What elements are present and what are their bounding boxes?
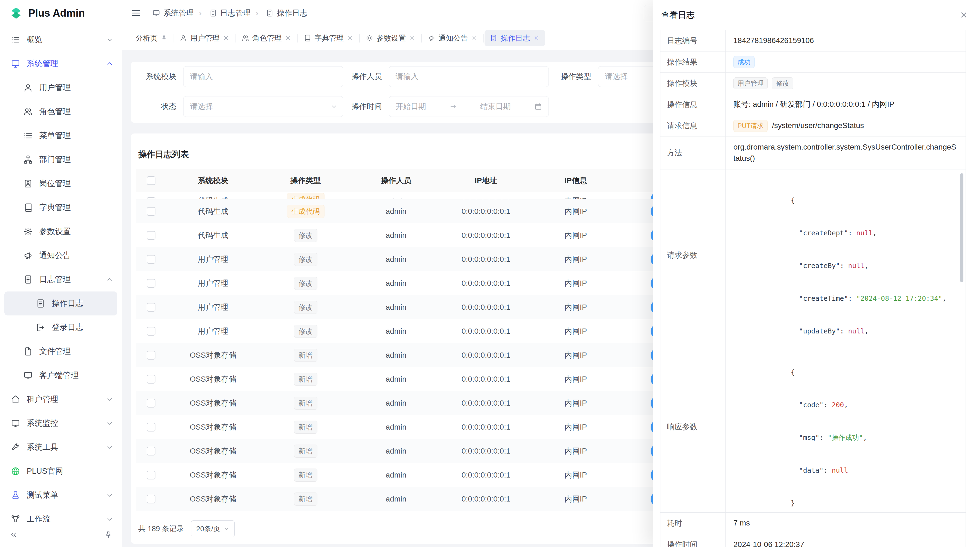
sidebar-item-user-mgmt[interactable]: 用户管理 bbox=[0, 76, 122, 100]
sidebar-item-monitor[interactable]: 系统监控 bbox=[0, 411, 122, 435]
chevron-down-icon bbox=[223, 526, 229, 532]
cell-ip-info: 内网IP bbox=[531, 326, 620, 336]
sidebar-item-menu-mgmt[interactable]: 菜单管理 bbox=[0, 124, 122, 148]
pin-sidebar-icon[interactable] bbox=[104, 531, 113, 539]
close-icon[interactable] bbox=[533, 35, 539, 41]
close-icon[interactable] bbox=[347, 35, 353, 41]
sidebar-item-workflow[interactable]: 工作流 bbox=[0, 507, 122, 522]
breadcrumb-label: 操作日志 bbox=[277, 8, 307, 18]
detail-row: 耗时 7 ms bbox=[660, 513, 966, 534]
breadcrumb-item[interactable]: 系统管理 bbox=[153, 8, 194, 18]
sidebar-item-notice[interactable]: 通知公告 bbox=[0, 244, 122, 268]
row-checkbox[interactable] bbox=[147, 207, 156, 216]
detail-row: 操作结果 成功 bbox=[660, 51, 966, 73]
tab-user-mgmt[interactable]: 用户管理 bbox=[174, 30, 235, 46]
tab-param-settings[interactable]: 参数设置 bbox=[360, 30, 421, 46]
sidebar-item-oper-log[interactable]: 操作日志 bbox=[4, 292, 117, 316]
operator-input[interactable] bbox=[389, 66, 549, 87]
cell-ip-info: 内网IP bbox=[531, 206, 620, 217]
status-select[interactable]: 请选择 bbox=[183, 96, 343, 117]
tab-dict-mgmt[interactable]: 字典管理 bbox=[298, 30, 359, 46]
row-checkbox[interactable] bbox=[147, 255, 156, 264]
menu-item-label: 文件管理 bbox=[39, 346, 71, 357]
breadcrumb-item[interactable]: 日志管理 bbox=[199, 8, 251, 18]
tab-analysis[interactable]: 分析页 bbox=[130, 30, 173, 46]
module-input[interactable] bbox=[183, 66, 343, 87]
cell-module: 代码生成 bbox=[166, 196, 260, 199]
type-label: 操作类型 bbox=[557, 71, 591, 82]
cell-ip-info: 内网IP bbox=[531, 196, 620, 199]
row-checkbox[interactable] bbox=[147, 423, 156, 432]
select-all-checkbox[interactable] bbox=[147, 176, 156, 185]
sidebar-item-plus-site[interactable]: PLUS官网 bbox=[0, 459, 122, 483]
cell-ip: 0:0:0:0:0:0:0:1 bbox=[441, 351, 531, 360]
workflow-icon bbox=[11, 515, 20, 522]
close-icon[interactable] bbox=[409, 35, 415, 41]
filter-time: 操作时间 开始日期 结束日期 bbox=[347, 96, 549, 117]
tab-notice[interactable]: 通知公告 bbox=[423, 30, 483, 46]
time-range-input[interactable]: 开始日期 结束日期 bbox=[389, 96, 549, 117]
cell-ip: 0:0:0:0:0:0:0:1 bbox=[441, 207, 531, 216]
hamburger-icon[interactable] bbox=[131, 8, 141, 18]
breadcrumb-item[interactable]: 操作日志 bbox=[256, 8, 308, 18]
chevron-icon bbox=[106, 419, 113, 427]
collapse-sidebar-icon[interactable] bbox=[9, 531, 18, 539]
row-checkbox[interactable] bbox=[147, 471, 156, 480]
tab-oper-log[interactable]: 操作日志 bbox=[485, 30, 545, 46]
close-icon[interactable] bbox=[471, 35, 477, 41]
sidebar-item-file-mgmt[interactable]: 文件管理 bbox=[0, 340, 122, 364]
system-mgmt-icon bbox=[11, 59, 20, 69]
row-checkbox[interactable] bbox=[147, 447, 156, 456]
type-badge: 修改 bbox=[294, 229, 317, 242]
chevron-icon bbox=[106, 228, 113, 235]
response-params-code: { "code": 200, "msg": "操作成功", bbox=[726, 341, 966, 512]
row-checkbox[interactable] bbox=[147, 399, 156, 408]
close-icon[interactable] bbox=[285, 35, 291, 41]
sidebar-item-tenant-mgmt[interactable]: 租户管理 bbox=[0, 388, 122, 411]
row-checkbox[interactable] bbox=[147, 303, 156, 312]
sidebar-item-log-mgmt[interactable]: 日志管理 bbox=[0, 268, 122, 292]
sidebar-item-dept-mgmt[interactable]: 部门管理 bbox=[0, 148, 122, 172]
cell-ip-info: 内网IP bbox=[531, 254, 620, 265]
code-line: "updateBy": null, bbox=[733, 304, 953, 337]
module-label: 系统模块 bbox=[142, 71, 177, 82]
cell-ip: 0:0:0:0:0:0:0:1 bbox=[441, 375, 531, 384]
sidebar-item-tools[interactable]: 系统工具 bbox=[0, 435, 122, 459]
row-checkbox[interactable] bbox=[147, 279, 156, 288]
monitor-icon bbox=[11, 419, 20, 428]
chevron-icon bbox=[106, 395, 113, 403]
row-checkbox[interactable] bbox=[147, 197, 156, 199]
cell-ip: 0:0:0:0:0:0:0:1 bbox=[441, 327, 531, 336]
sidebar-item-dict-mgmt[interactable]: 字典管理 bbox=[0, 196, 122, 220]
page-size-select[interactable]: 20条/页 bbox=[191, 520, 235, 537]
row-checkbox[interactable] bbox=[147, 351, 156, 360]
menu-item-label: 系统管理 bbox=[27, 58, 58, 69]
type-badge: 新增 bbox=[294, 445, 317, 458]
menu-item-label: 租户管理 bbox=[27, 394, 58, 405]
menu-list-icon bbox=[24, 131, 33, 140]
type-badge: 生成代码 bbox=[287, 205, 325, 218]
code-scrollbar-thumb[interactable] bbox=[960, 173, 963, 282]
app-logo[interactable]: Plus Admin bbox=[0, 0, 122, 26]
sidebar-item-post-mgmt[interactable]: 岗位管理 bbox=[0, 172, 122, 196]
test-icon bbox=[11, 491, 20, 500]
sidebar-item-client-mgmt[interactable]: 客户端管理 bbox=[0, 364, 122, 388]
sidebar-item-param-settings[interactable]: 参数设置 bbox=[0, 220, 122, 244]
pin-icon[interactable] bbox=[161, 35, 167, 41]
sidebar-item-login-log[interactable]: 登录日志 bbox=[0, 316, 122, 340]
row-checkbox[interactable] bbox=[147, 495, 156, 503]
row-checkbox[interactable] bbox=[147, 327, 156, 336]
row-checkbox[interactable] bbox=[147, 375, 156, 384]
code-line: { bbox=[733, 345, 953, 378]
detail-row: 响应参数 { "code": 200, bbox=[660, 341, 966, 513]
cell-module: OSS对象存储 bbox=[166, 350, 260, 360]
close-icon[interactable] bbox=[959, 11, 968, 19]
tab-role-mgmt[interactable]: 角色管理 bbox=[236, 30, 297, 46]
row-checkbox[interactable] bbox=[147, 231, 156, 240]
menu-item-label: 操作日志 bbox=[52, 298, 83, 309]
close-icon[interactable] bbox=[223, 35, 229, 41]
sidebar-item-role-mgmt[interactable]: 角色管理 bbox=[0, 100, 122, 124]
sidebar-item-test-menu[interactable]: 测试菜单 bbox=[0, 483, 122, 507]
sidebar-item-system-mgmt[interactable]: 系统管理 bbox=[0, 52, 122, 76]
sidebar-item-overview[interactable]: 概览 bbox=[0, 28, 122, 52]
